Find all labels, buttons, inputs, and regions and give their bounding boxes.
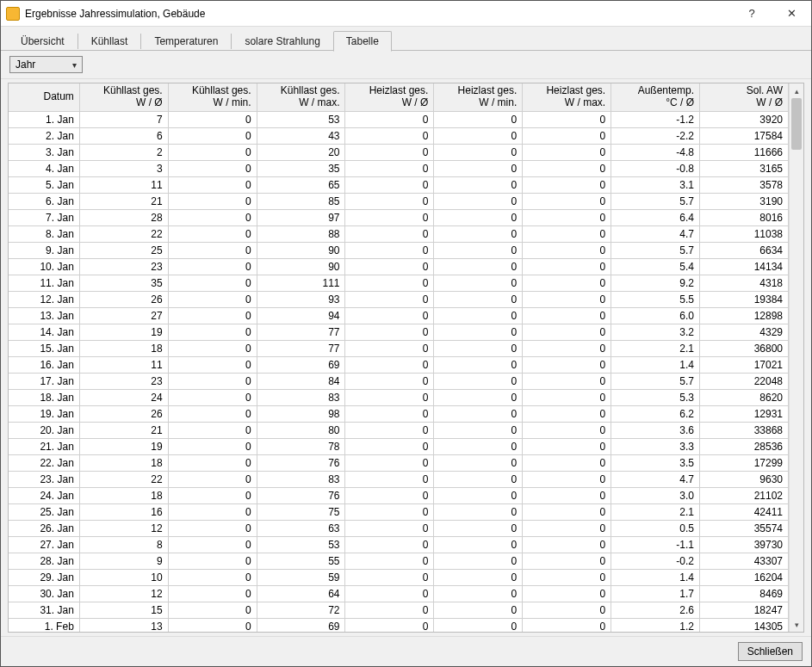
table-row[interactable]: 7. Jan280970006.48016 bbox=[9, 209, 789, 225]
tab-temperaturen[interactable]: Temperaturen bbox=[141, 31, 231, 52]
cell-value: 0 bbox=[168, 487, 257, 503]
table-row[interactable]: 19. Jan260980006.212931 bbox=[9, 405, 789, 422]
column-header[interactable]: Heizlast ges.W / min. bbox=[434, 83, 523, 111]
table-row[interactable]: 29. Jan100590001.416204 bbox=[9, 569, 789, 585]
tab-kuehllast[interactable]: Kühllast bbox=[78, 31, 141, 52]
table-row[interactable]: 31. Jan150720002.618247 bbox=[9, 602, 789, 618]
cell-value: 0 bbox=[434, 405, 523, 422]
table-row[interactable]: 14. Jan190770003.24329 bbox=[9, 324, 789, 340]
cell-value: 19384 bbox=[700, 291, 789, 307]
table-row[interactable]: 25. Jan160750002.142411 bbox=[9, 503, 789, 520]
cell-date: 20. Jan bbox=[9, 422, 79, 438]
cell-value: 33868 bbox=[700, 422, 789, 438]
close-window-button[interactable]: ✕ bbox=[772, 1, 811, 27]
column-header[interactable]: Datum bbox=[9, 83, 79, 111]
period-combo[interactable]: Jahr ▾ bbox=[9, 56, 83, 73]
cell-value: 0 bbox=[523, 242, 611, 258]
table-row[interactable]: 3. Jan2020000-4.811666 bbox=[9, 144, 789, 160]
column-header[interactable]: Heizlast ges.W / max. bbox=[523, 83, 611, 111]
table-row[interactable]: 10. Jan230900005.414134 bbox=[9, 258, 789, 275]
cell-value: 76 bbox=[257, 487, 345, 503]
close-icon: ✕ bbox=[787, 7, 797, 20]
cell-value: 0 bbox=[434, 503, 523, 520]
tab-solare-strahlung[interactable]: solare Strahlung bbox=[232, 31, 332, 52]
column-header[interactable]: Heizlast ges.W / Ø bbox=[345, 83, 434, 111]
cell-value: 0 bbox=[434, 144, 523, 160]
cell-value: 0 bbox=[345, 275, 434, 291]
table-row[interactable]: 13. Jan270940006.012898 bbox=[9, 307, 789, 324]
table-row[interactable]: 9. Jan250900005.76634 bbox=[9, 242, 789, 258]
table-row[interactable]: 4. Jan3035000-0.83165 bbox=[9, 160, 789, 176]
column-header-line2: W / max. bbox=[259, 97, 340, 109]
table-row[interactable]: 20. Jan210800003.633868 bbox=[9, 422, 789, 438]
table-row[interactable]: 2. Jan6043000-2.217584 bbox=[9, 127, 789, 144]
cell-value: 0 bbox=[345, 176, 434, 193]
cell-value: 3165 bbox=[700, 160, 789, 176]
column-header[interactable]: Sol. AWW / Ø bbox=[700, 83, 789, 111]
cell-value: 4329 bbox=[700, 324, 789, 340]
column-header[interactable]: Kühllast ges.W / min. bbox=[168, 83, 257, 111]
cell-value: 0 bbox=[434, 487, 523, 503]
cell-value: 0 bbox=[345, 144, 434, 160]
cell-value: 21102 bbox=[700, 487, 789, 503]
cell-value: 0 bbox=[345, 503, 434, 520]
table-row[interactable]: 5. Jan110650003.13578 bbox=[9, 176, 789, 193]
cell-value: 9.2 bbox=[611, 275, 700, 291]
cell-value: 15 bbox=[79, 602, 168, 618]
cell-value: 0 bbox=[523, 438, 611, 454]
table-row[interactable]: 16. Jan110690001.417021 bbox=[9, 356, 789, 373]
table-row[interactable]: 8. Jan220880004.711038 bbox=[9, 225, 789, 242]
vscroll-thumb[interactable] bbox=[791, 98, 802, 150]
table-row[interactable]: 24. Jan180760003.021102 bbox=[9, 487, 789, 503]
cell-value: 0 bbox=[434, 258, 523, 275]
cell-value: 0 bbox=[523, 225, 611, 242]
cell-value: 26 bbox=[79, 291, 168, 307]
table-row[interactable]: 1. Feb130690001.214305 bbox=[9, 618, 789, 632]
table-row[interactable]: 15. Jan180770002.136800 bbox=[9, 340, 789, 356]
cell-value: 0 bbox=[434, 307, 523, 324]
table-row[interactable]: 27. Jan8053000-1.139730 bbox=[9, 536, 789, 553]
tab-uebersicht[interactable]: Übersicht bbox=[8, 31, 77, 52]
cell-value: 12 bbox=[79, 520, 168, 536]
cell-value: 1.7 bbox=[611, 585, 700, 602]
cell-date: 1. Feb bbox=[9, 618, 79, 632]
cell-value: 6.0 bbox=[611, 307, 700, 324]
cell-value: 8620 bbox=[700, 389, 789, 405]
table-row[interactable]: 17. Jan230840005.722048 bbox=[9, 373, 789, 389]
table-row[interactable]: 11. Jan3501110009.24318 bbox=[9, 275, 789, 291]
table-row[interactable]: 22. Jan180760003.517299 bbox=[9, 454, 789, 471]
app-icon bbox=[6, 7, 20, 21]
table-row[interactable]: 12. Jan260930005.519384 bbox=[9, 291, 789, 307]
vertical-scrollbar[interactable]: ▴ ▾ bbox=[789, 83, 803, 632]
tab-tabelle[interactable]: Tabelle bbox=[333, 31, 392, 52]
cell-value: 0 bbox=[168, 258, 257, 275]
cell-value: 12898 bbox=[700, 307, 789, 324]
cell-value: 0 bbox=[345, 471, 434, 487]
cell-value: 0 bbox=[345, 569, 434, 585]
cell-value: 0 bbox=[345, 438, 434, 454]
scroll-up-icon[interactable]: ▴ bbox=[790, 83, 803, 98]
table-row[interactable]: 26. Jan120630000.535574 bbox=[9, 520, 789, 536]
column-header[interactable]: Kühllast ges.W / max. bbox=[257, 83, 345, 111]
cell-value: 8016 bbox=[700, 209, 789, 225]
scroll-down-icon[interactable]: ▾ bbox=[790, 617, 803, 632]
cell-value: 14134 bbox=[700, 258, 789, 275]
vscroll-track[interactable] bbox=[790, 98, 803, 617]
table-row[interactable]: 28. Jan9055000-0.243307 bbox=[9, 553, 789, 569]
column-header[interactable]: Kühllast ges.W / Ø bbox=[79, 83, 168, 111]
table-row[interactable]: 30. Jan120640001.78469 bbox=[9, 585, 789, 602]
table-row[interactable]: 18. Jan240830005.38620 bbox=[9, 389, 789, 405]
help-button[interactable]: ? bbox=[732, 1, 772, 27]
table-row[interactable]: 23. Jan220830004.79630 bbox=[9, 471, 789, 487]
cell-value: 93 bbox=[257, 291, 345, 307]
table-row[interactable]: 1. Jan7053000-1.23920 bbox=[9, 111, 789, 127]
cell-value: 9630 bbox=[700, 471, 789, 487]
cell-value: 0 bbox=[345, 520, 434, 536]
column-header[interactable]: Außentemp.°C / Ø bbox=[611, 83, 700, 111]
cell-date: 17. Jan bbox=[9, 373, 79, 389]
table-row[interactable]: 6. Jan210850005.73190 bbox=[9, 193, 789, 209]
table-row[interactable]: 21. Jan190780003.328536 bbox=[9, 438, 789, 454]
close-button[interactable]: Schließen bbox=[738, 642, 803, 661]
cell-date: 10. Jan bbox=[9, 258, 79, 275]
cell-value: 3.5 bbox=[611, 454, 700, 471]
